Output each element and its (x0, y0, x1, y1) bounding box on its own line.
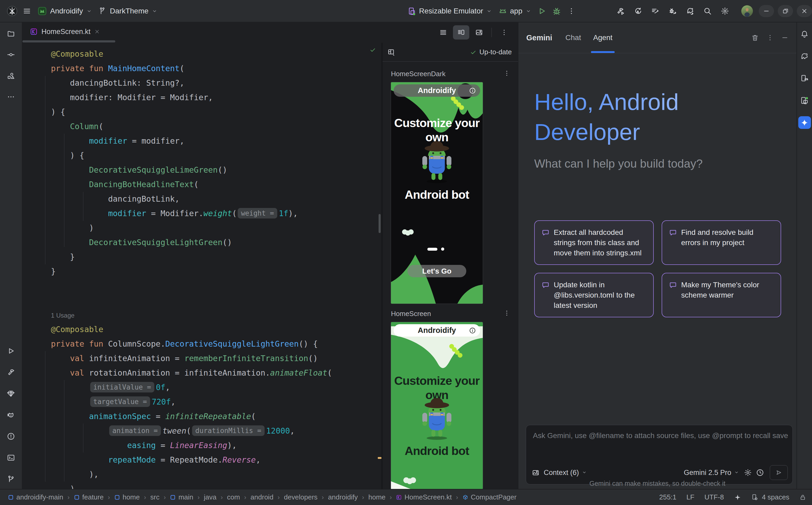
caret-position[interactable]: 255:1 (659, 493, 676, 501)
minimize-button[interactable] (759, 5, 774, 17)
editor-scrollbar[interactable] (378, 214, 381, 233)
breadcrumb-item[interactable]: android (251, 493, 273, 501)
build-run-button[interactable] (613, 4, 628, 18)
code-line[interactable]: DecorativeSquiggleLimeGreen() (51, 163, 332, 177)
suggestion-card[interactable]: Make my Theme's color scheme warmer (662, 273, 781, 317)
code-line[interactable]: ) { (51, 148, 332, 163)
breadcrumb-item[interactable]: androidify-main (8, 493, 63, 501)
close-tab-icon[interactable] (94, 29, 100, 34)
running-devices-button[interactable] (798, 94, 811, 107)
hide-panel-button[interactable] (781, 34, 789, 41)
code-line[interactable]: repeatMode = RepeatMode.Reverse, (51, 453, 332, 467)
indent-setting[interactable]: 4 spaces (751, 493, 789, 501)
folder-button[interactable] (5, 27, 17, 40)
file-lock-icon[interactable] (799, 494, 806, 501)
close-button[interactable] (797, 5, 812, 17)
code-line[interactable]: DecorativeSquiggleLightGreen() (51, 235, 332, 249)
gemini-spark-button[interactable] (798, 116, 811, 129)
send-button[interactable] (770, 465, 788, 480)
run-config-selector[interactable]: app (495, 5, 535, 17)
code-line[interactable]: ), (51, 467, 332, 482)
code-view-button[interactable] (435, 25, 451, 39)
code-line[interactable]: ) (51, 482, 332, 489)
breadcrumb-item[interactable]: main (170, 493, 193, 501)
run-button[interactable] (535, 4, 549, 18)
attach-file-button[interactable] (532, 469, 540, 477)
info-icon[interactable] (469, 327, 476, 334)
alert-circle-button[interactable] (5, 430, 17, 443)
breadcrumb-item[interactable]: CompactPager (462, 493, 516, 501)
breadcrumb-item[interactable]: HomeScreen.kt (396, 493, 452, 501)
code-line[interactable]: modifier = modifier, (51, 134, 332, 148)
code-content[interactable]: @Composableprivate fun MainHomeContent( … (51, 47, 332, 489)
breadcrumb-item[interactable]: src (150, 493, 159, 501)
code-line[interactable]: dancingBotLink, (51, 192, 332, 206)
code-line[interactable]: private fun ColumnScope.DecorativeSquigg… (51, 337, 332, 351)
breadcrumb-item[interactable]: androidify (328, 493, 358, 501)
code-line[interactable]: ) (51, 221, 332, 235)
split-view-button[interactable] (453, 25, 469, 39)
preview-phone-light[interactable]: Androidify Customize your own Android bo… (391, 322, 483, 489)
design-view-button[interactable] (471, 25, 487, 39)
code-line[interactable]: Column( (51, 119, 332, 134)
suggestion-card[interactable]: Find and resolve build errors in my proj… (662, 220, 781, 265)
shapes-button[interactable] (5, 69, 17, 82)
code-line[interactable]: ) { (51, 105, 332, 119)
breadcrumb-item[interactable]: home (368, 493, 385, 501)
device-manager-button[interactable] (798, 72, 811, 85)
git-branch-button[interactable] (5, 473, 17, 485)
gemini-options-button[interactable] (766, 34, 774, 41)
attach-debugger-button[interactable] (665, 4, 680, 18)
project-selector[interactable]: Androidify (34, 4, 95, 18)
avatar[interactable] (741, 5, 753, 17)
code-line[interactable]: dancingBotLink: String?, (51, 75, 332, 90)
search-button[interactable] (700, 4, 715, 18)
code-line[interactable]: @Composable (51, 47, 332, 61)
code-line[interactable]: animationSpec = infiniteRepeatable( (51, 409, 332, 424)
breadcrumb-item[interactable]: developers (284, 493, 317, 501)
context-selector[interactable]: Context (6) (544, 469, 587, 477)
code-line[interactable]: targetValue =720f, (51, 394, 332, 409)
breadcrumb-item[interactable]: home (114, 493, 140, 501)
debug-button[interactable] (549, 4, 564, 18)
hammer-button[interactable] (5, 366, 17, 378)
commit-button[interactable] (5, 48, 17, 61)
bell-button[interactable] (798, 28, 811, 40)
delete-conversation-button[interactable] (751, 34, 759, 42)
apply-code-button[interactable] (648, 4, 663, 18)
tab-chat[interactable]: Chat (565, 22, 581, 53)
breadcrumb-item[interactable]: com (227, 493, 240, 501)
settings-gear-button[interactable] (717, 4, 732, 18)
vcs-branch-selector[interactable]: DarkTheme (95, 5, 161, 17)
breadcrumb-item[interactable]: java (204, 493, 217, 501)
code-editor[interactable]: @Composableprivate fun MainHomeContent( … (22, 43, 381, 489)
play-button[interactable] (5, 344, 17, 357)
preview-options-icon[interactable] (503, 310, 510, 317)
gem-button[interactable] (5, 387, 17, 400)
code-line[interactable]: easing = LinearEasing), (51, 438, 332, 453)
preview-canvas[interactable]: HomeScreenDark (382, 62, 518, 489)
breadcrumb-item[interactable]: feature (74, 493, 104, 501)
inspection-ok-icon[interactable] (369, 46, 376, 53)
tab-agent[interactable]: Agent (593, 22, 612, 53)
code-line[interactable]: 1 Usage (51, 308, 332, 322)
code-line[interactable] (51, 293, 332, 308)
preview-phone-dark[interactable]: Androidify Customize your own Android bo… (391, 82, 483, 304)
history-button[interactable] (756, 469, 764, 477)
editor-options-button[interactable] (496, 25, 512, 39)
tab-homescreen-kt[interactable]: HomeScreen.kt (22, 22, 105, 41)
suggestion-card[interactable]: Update kotlin in @libs.version.toml to t… (534, 273, 654, 317)
code-line[interactable]: @Composable (51, 322, 332, 337)
code-line[interactable]: initialValue =0f, (51, 380, 332, 394)
preview-name-light[interactable]: HomeScreen (391, 310, 431, 318)
suggestion-card[interactable]: Extract all hardcoded strings from this … (534, 220, 654, 265)
tab-scrollbar[interactable] (22, 40, 115, 42)
preview-options-icon[interactable] (503, 70, 510, 77)
code-line[interactable]: } (51, 249, 332, 264)
preview-layout-button[interactable] (387, 48, 395, 56)
restore-button[interactable] (778, 5, 793, 17)
code-line[interactable]: } (51, 264, 332, 279)
model-selector[interactable]: Gemini 2.5 Pro (684, 469, 740, 477)
more-actions-button[interactable] (564, 4, 579, 18)
code-line[interactable] (51, 279, 332, 293)
